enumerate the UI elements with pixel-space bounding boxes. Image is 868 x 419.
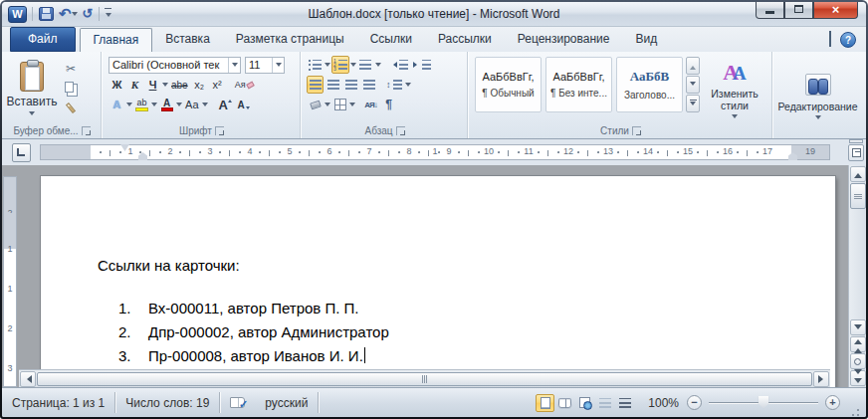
change-case-button[interactable]: Аа (183, 96, 201, 113)
justify-button[interactable] (360, 76, 377, 94)
clear-formatting-button[interactable]: Ая (233, 76, 256, 94)
word-logo-icon[interactable]: W (8, 6, 27, 23)
paste-dropdown-icon[interactable] (29, 111, 35, 118)
shrink-font-button[interactable]: А (233, 96, 250, 113)
borders-dropdown-icon[interactable] (349, 103, 355, 109)
scroll-right-button[interactable] (813, 371, 829, 387)
show-marks-button[interactable]: ¶ (380, 96, 397, 113)
scroll-up-button[interactable] (850, 166, 866, 182)
zoom-level-label[interactable]: 100% (648, 396, 679, 410)
font-name-combo[interactable]: Calibri (Основной тек (108, 57, 241, 74)
styles-scroll-up-button[interactable] (686, 57, 700, 75)
highlight-dropdown-icon[interactable] (151, 103, 157, 109)
horizontal-scrollbar[interactable] (19, 369, 830, 387)
change-styles-button[interactable]: АА Изменить стили (703, 57, 766, 123)
select-browse-object-button[interactable] (850, 353, 866, 369)
language-status[interactable]: русский (255, 388, 318, 417)
line-spacing-button[interactable]: ↕ (384, 76, 404, 94)
ribbon-tab[interactable]: Рецензирование (505, 28, 623, 52)
vertical-scrollbar[interactable] (848, 165, 866, 387)
font-size-dropdown-icon[interactable] (272, 58, 284, 73)
underline-button[interactable]: Ч (144, 76, 161, 94)
zoom-slider-thumb[interactable] (759, 396, 769, 409)
font-size-combo[interactable]: 11 (245, 57, 285, 74)
increase-indent-button[interactable] (411, 56, 433, 74)
copy-button[interactable] (60, 80, 82, 97)
decrease-indent-button[interactable] (388, 56, 410, 74)
ribbon-tab[interactable]: Рассылки (425, 28, 505, 52)
change-styles-dropdown-icon[interactable] (732, 114, 738, 121)
styles-dialog-launcher[interactable] (632, 126, 641, 135)
clipboard-dialog-launcher[interactable] (82, 126, 91, 135)
font-color-button[interactable]: А (158, 96, 175, 113)
bullets-dropdown-icon[interactable] (325, 63, 330, 70)
resize-grip[interactable] (848, 405, 860, 417)
underline-dropdown-icon[interactable] (162, 83, 168, 90)
styles-more-button[interactable] (686, 95, 700, 112)
numbering-dropdown-icon[interactable] (350, 63, 356, 70)
ribbon-tab[interactable]: Вид (622, 28, 670, 52)
fullscreen-reading-view-button[interactable] (555, 394, 574, 412)
paste-button[interactable]: Вставить (8, 54, 56, 123)
align-left-button[interactable] (307, 76, 324, 94)
customize-qat-button[interactable] (105, 8, 111, 20)
format-painter-button[interactable] (60, 100, 82, 116)
document-page[interactable]: Ссылки на карточки: 1. Вх-000011, автор … (41, 176, 835, 387)
ribbon-tab[interactable]: Главная (80, 28, 153, 52)
highlight-button[interactable]: ab (133, 96, 150, 113)
font-dialog-launcher[interactable] (215, 126, 224, 135)
maximize-button[interactable] (784, 2, 813, 19)
sort-button[interactable]: АЯ↓ (362, 96, 379, 113)
next-page-button[interactable] (850, 370, 866, 386)
previous-page-button[interactable] (850, 336, 866, 352)
minimize-button[interactable] (756, 2, 784, 19)
change-case-dropdown-icon[interactable] (202, 103, 208, 109)
strikethrough-button[interactable]: abe (169, 76, 190, 94)
horizontal-scroll-thumb[interactable] (37, 372, 812, 386)
web-layout-view-button[interactable] (575, 394, 594, 412)
outline-view-button[interactable] (595, 394, 614, 412)
ribbon-tab[interactable]: Вставка (152, 28, 223, 52)
styles-scroll-down-button[interactable] (686, 76, 700, 94)
tab-selector-button[interactable] (12, 143, 31, 162)
split-window-handle[interactable] (849, 139, 863, 143)
word-count-status[interactable]: Число слов: 19 (115, 388, 219, 417)
help-button[interactable]: ? (840, 32, 856, 48)
undo-dropdown-icon[interactable] (72, 12, 78, 19)
proofing-status[interactable]: ✓ (220, 388, 255, 417)
superscript-button[interactable]: x² (209, 76, 226, 94)
zoom-out-button[interactable]: − (687, 395, 702, 410)
italic-button[interactable]: К (126, 76, 143, 94)
undo-button[interactable]: ↶ (58, 6, 79, 22)
font-color-dropdown-icon[interactable] (176, 103, 182, 109)
line-spacing-dropdown-icon[interactable] (405, 83, 411, 90)
subscript-button[interactable]: x₂ (191, 76, 208, 94)
multilevel-list-button[interactable] (357, 56, 374, 74)
vertical-scroll-thumb[interactable] (850, 183, 866, 209)
text-effects-button[interactable]: А (108, 96, 125, 113)
borders-button[interactable] (331, 96, 348, 113)
shading-dropdown-icon[interactable] (325, 103, 330, 109)
vertical-ruler[interactable]: 21 123 (3, 165, 19, 387)
text-effects-dropdown-icon[interactable] (126, 103, 132, 109)
horizontal-ruler[interactable]: 1 1234567891011121314151617 19 (40, 144, 830, 160)
editing-dropdown-icon[interactable] (815, 115, 821, 122)
page-number-status[interactable]: Страница: 1 из 1 (2, 388, 114, 417)
print-layout-view-button[interactable] (536, 394, 554, 412)
save-button[interactable] (38, 6, 55, 22)
align-right-button[interactable] (342, 76, 359, 94)
zoom-in-button[interactable]: + (825, 395, 840, 410)
bullets-button[interactable] (307, 56, 324, 74)
editing-button[interactable]: Редактирование (775, 54, 860, 138)
zoom-slider[interactable] (709, 395, 818, 410)
multilevel-dropdown-icon[interactable] (375, 63, 381, 70)
minimize-ribbon-button[interactable] (829, 33, 831, 47)
tab-file[interactable]: Файл (10, 27, 76, 52)
ruler-toggle-button[interactable] (848, 144, 864, 161)
numbering-button[interactable]: 123 (331, 56, 349, 74)
bold-button[interactable]: Ж (108, 76, 125, 94)
align-center-button[interactable] (325, 76, 341, 94)
ribbon-tab[interactable]: Ссылки (357, 28, 425, 52)
paragraph-dialog-launcher[interactable] (396, 126, 405, 135)
shading-button[interactable] (307, 96, 324, 113)
